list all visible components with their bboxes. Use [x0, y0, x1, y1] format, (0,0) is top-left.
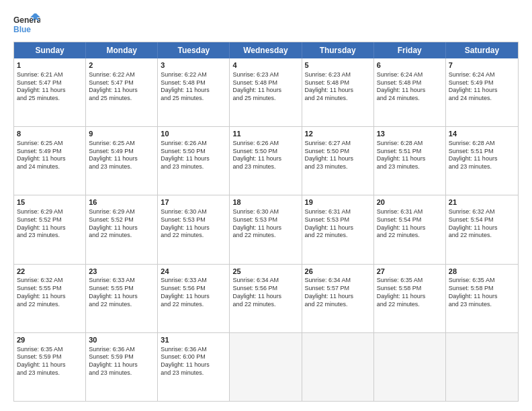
logo: General Blue	[13, 12, 40, 39]
day-info: Sunrise: 6:28 AM Sunset: 5:51 PM Dayligh…	[449, 140, 515, 171]
day-number: 19	[305, 197, 371, 208]
day-number: 31	[161, 335, 226, 345]
day-info: Sunrise: 6:22 AM Sunset: 5:48 PM Dayligh…	[161, 71, 226, 103]
day-number: 16	[89, 197, 154, 208]
day-info: Sunrise: 6:29 AM Sunset: 5:52 PM Dayligh…	[17, 208, 83, 240]
calendar-header: SundayMondayTuesdayWednesdayThursdayFrid…	[14, 42, 518, 58]
header-day-saturday: Saturday	[446, 42, 518, 58]
day-info: Sunrise: 6:26 AM Sunset: 5:50 PM Dayligh…	[232, 140, 298, 171]
day-info: Sunrise: 6:31 AM Sunset: 5:54 PM Dayligh…	[377, 208, 443, 240]
day-info: Sunrise: 6:27 AM Sunset: 5:50 PM Dayligh…	[305, 140, 371, 171]
day-info: Sunrise: 6:25 AM Sunset: 5:49 PM Dayligh…	[89, 140, 154, 171]
day-info: Sunrise: 6:23 AM Sunset: 5:48 PM Dayligh…	[232, 71, 298, 103]
week-row-0: 1Sunrise: 6:21 AM Sunset: 5:47 PM Daylig…	[14, 58, 518, 126]
day-cell-12: 12Sunrise: 6:27 AM Sunset: 5:50 PM Dayli…	[302, 127, 374, 195]
day-number: 10	[161, 129, 226, 139]
day-number: 4	[232, 60, 298, 71]
header-day-thursday: Thursday	[302, 42, 374, 58]
header-day-sunday: Sunday	[14, 42, 86, 58]
day-cell-4: 4Sunrise: 6:23 AM Sunset: 5:48 PM Daylig…	[230, 58, 302, 126]
header-day-friday: Friday	[374, 42, 446, 58]
day-number: 14	[449, 129, 515, 139]
day-info: Sunrise: 6:32 AM Sunset: 5:54 PM Dayligh…	[449, 208, 515, 240]
day-info: Sunrise: 6:31 AM Sunset: 5:53 PM Dayligh…	[305, 208, 371, 240]
day-cell-30: 30Sunrise: 6:36 AM Sunset: 5:59 PM Dayli…	[86, 333, 158, 401]
day-cell-25: 25Sunrise: 6:34 AM Sunset: 5:56 PM Dayli…	[230, 265, 302, 332]
day-number: 12	[305, 129, 371, 139]
day-info: Sunrise: 6:30 AM Sunset: 5:53 PM Dayligh…	[232, 208, 298, 240]
logo-icon: General Blue	[13, 12, 40, 39]
day-number: 30	[89, 335, 154, 345]
day-cell-26: 26Sunrise: 6:34 AM Sunset: 5:57 PM Dayli…	[302, 265, 374, 332]
day-cell-17: 17Sunrise: 6:30 AM Sunset: 5:53 PM Dayli…	[158, 195, 230, 263]
day-number: 7	[449, 60, 515, 71]
day-cell-10: 10Sunrise: 6:26 AM Sunset: 5:50 PM Dayli…	[158, 127, 230, 195]
day-cell-27: 27Sunrise: 6:35 AM Sunset: 5:58 PM Dayli…	[374, 265, 446, 332]
day-info: Sunrise: 6:34 AM Sunset: 5:56 PM Dayligh…	[232, 277, 298, 308]
day-number: 27	[377, 267, 443, 277]
day-number: 9	[89, 129, 154, 139]
day-number: 5	[305, 60, 371, 71]
day-info: Sunrise: 6:36 AM Sunset: 5:59 PM Dayligh…	[89, 346, 154, 377]
day-number: 21	[449, 197, 515, 208]
day-cell-3: 3Sunrise: 6:22 AM Sunset: 5:48 PM Daylig…	[158, 58, 230, 126]
day-number: 24	[161, 267, 226, 277]
day-cell-6: 6Sunrise: 6:24 AM Sunset: 5:48 PM Daylig…	[374, 58, 446, 126]
week-row-3: 22Sunrise: 6:32 AM Sunset: 5:55 PM Dayli…	[14, 264, 518, 332]
day-info: Sunrise: 6:35 AM Sunset: 5:59 PM Dayligh…	[17, 346, 83, 377]
day-number: 22	[17, 267, 83, 277]
day-cell-9: 9Sunrise: 6:25 AM Sunset: 5:49 PM Daylig…	[86, 127, 158, 195]
day-info: Sunrise: 6:34 AM Sunset: 5:57 PM Dayligh…	[305, 277, 371, 308]
day-info: Sunrise: 6:32 AM Sunset: 5:55 PM Dayligh…	[17, 277, 83, 308]
empty-cell	[446, 333, 518, 401]
day-number: 20	[377, 197, 443, 208]
header: General Blue	[13, 12, 519, 39]
day-cell-20: 20Sunrise: 6:31 AM Sunset: 5:54 PM Dayli…	[374, 195, 446, 263]
day-number: 11	[232, 129, 298, 139]
day-number: 18	[232, 197, 298, 208]
day-number: 23	[89, 267, 154, 277]
page: General Blue SundayMondayTuesdayWednesda…	[0, 0, 532, 411]
day-number: 29	[17, 335, 83, 345]
day-cell-2: 2Sunrise: 6:22 AM Sunset: 5:47 PM Daylig…	[86, 58, 158, 126]
day-cell-11: 11Sunrise: 6:26 AM Sunset: 5:50 PM Dayli…	[230, 127, 302, 195]
day-info: Sunrise: 6:35 AM Sunset: 5:58 PM Dayligh…	[449, 277, 515, 308]
day-number: 26	[305, 267, 371, 277]
day-info: Sunrise: 6:22 AM Sunset: 5:47 PM Dayligh…	[89, 71, 154, 103]
empty-cell	[302, 333, 374, 401]
calendar-body: 1Sunrise: 6:21 AM Sunset: 5:47 PM Daylig…	[14, 58, 518, 401]
day-cell-8: 8Sunrise: 6:25 AM Sunset: 5:49 PM Daylig…	[14, 127, 86, 195]
day-info: Sunrise: 6:24 AM Sunset: 5:49 PM Dayligh…	[449, 71, 515, 103]
day-cell-13: 13Sunrise: 6:28 AM Sunset: 5:51 PM Dayli…	[374, 127, 446, 195]
header-day-tuesday: Tuesday	[158, 42, 230, 58]
day-info: Sunrise: 6:33 AM Sunset: 5:55 PM Dayligh…	[89, 277, 154, 308]
day-cell-14: 14Sunrise: 6:28 AM Sunset: 5:51 PM Dayli…	[446, 127, 518, 195]
empty-cell	[374, 333, 446, 401]
header-day-monday: Monday	[86, 42, 158, 58]
day-info: Sunrise: 6:24 AM Sunset: 5:48 PM Dayligh…	[377, 71, 443, 103]
day-info: Sunrise: 6:29 AM Sunset: 5:52 PM Dayligh…	[89, 208, 154, 240]
empty-cell	[230, 333, 302, 401]
day-cell-15: 15Sunrise: 6:29 AM Sunset: 5:52 PM Dayli…	[14, 195, 86, 263]
day-number: 2	[89, 60, 154, 71]
day-info: Sunrise: 6:35 AM Sunset: 5:58 PM Dayligh…	[377, 277, 443, 308]
day-info: Sunrise: 6:21 AM Sunset: 5:47 PM Dayligh…	[17, 71, 83, 103]
calendar: SundayMondayTuesdayWednesdayThursdayFrid…	[13, 42, 519, 402]
week-row-4: 29Sunrise: 6:35 AM Sunset: 5:59 PM Dayli…	[14, 332, 518, 401]
day-cell-28: 28Sunrise: 6:35 AM Sunset: 5:58 PM Dayli…	[446, 265, 518, 332]
day-number: 15	[17, 197, 83, 208]
day-cell-19: 19Sunrise: 6:31 AM Sunset: 5:53 PM Dayli…	[302, 195, 374, 263]
day-info: Sunrise: 6:36 AM Sunset: 6:00 PM Dayligh…	[161, 346, 226, 377]
day-cell-1: 1Sunrise: 6:21 AM Sunset: 5:47 PM Daylig…	[14, 58, 86, 126]
day-number: 3	[161, 60, 226, 71]
day-number: 25	[232, 267, 298, 277]
week-row-1: 8Sunrise: 6:25 AM Sunset: 5:49 PM Daylig…	[14, 126, 518, 195]
week-row-2: 15Sunrise: 6:29 AM Sunset: 5:52 PM Dayli…	[14, 195, 518, 263]
day-number: 8	[17, 129, 83, 139]
day-cell-31: 31Sunrise: 6:36 AM Sunset: 6:00 PM Dayli…	[158, 333, 230, 401]
day-number: 28	[449, 267, 515, 277]
day-cell-29: 29Sunrise: 6:35 AM Sunset: 5:59 PM Dayli…	[14, 333, 86, 401]
header-day-wednesday: Wednesday	[230, 42, 302, 58]
day-cell-7: 7Sunrise: 6:24 AM Sunset: 5:49 PM Daylig…	[446, 58, 518, 126]
day-number: 6	[377, 60, 443, 71]
